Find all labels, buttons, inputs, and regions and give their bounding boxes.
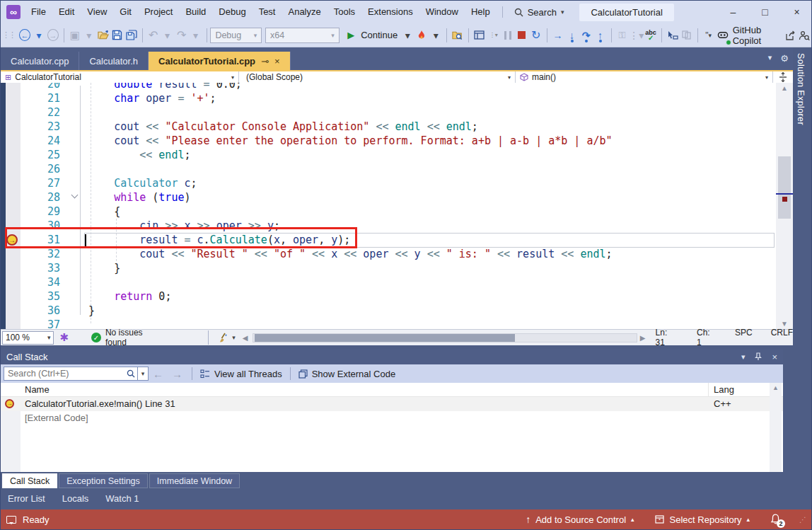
code-line-21[interactable]: 21 char oper = '+'; (1, 91, 776, 105)
current-statement-breakpoint-icon[interactable]: → (6, 234, 18, 246)
save-icon[interactable] (110, 27, 124, 44)
code-line-22[interactable]: 22 (1, 105, 776, 120)
find-in-files-icon[interactable] (451, 27, 465, 44)
step-into-icon[interactable]: ↓ (565, 27, 579, 44)
hscroll-left-icon[interactable]: ◀ (243, 334, 248, 342)
scope-dropdown[interactable]: (Global Scope)▾ (239, 71, 516, 83)
continue-dropdown[interactable]: ▾ (400, 27, 414, 44)
editor-vertical-scrollbar[interactable]: ▲ ▼ (776, 83, 793, 329)
maximize-button[interactable]: □ (749, 1, 781, 23)
new-project-icon[interactable]: ▣ (68, 27, 82, 44)
line-indicator[interactable]: Ln: 31 (656, 328, 678, 347)
code-editor[interactable]: 20 double result = 0.0;21 char oper = '+… (1, 83, 776, 329)
solution-platforms-dropdown[interactable]: x64▾ (265, 28, 340, 43)
add-to-source-control-button[interactable]: ↑ Add to Source Control ▴ (518, 514, 641, 525)
code-line-24[interactable]: 24 cout << "Please enter the operation t… (1, 134, 776, 148)
zoom-level-dropdown[interactable]: 100 %▾ (2, 331, 54, 345)
panel-tab-exception-settings[interactable]: Exception Settings (59, 473, 148, 488)
notifications-bell-icon[interactable]: 2 (770, 513, 782, 526)
column-divider[interactable] (708, 383, 709, 397)
menu-project[interactable]: Project (138, 1, 179, 23)
tab-options-gear-icon[interactable]: ⚙ (780, 53, 789, 64)
code-line-27[interactable]: 27 Calculator c; (1, 176, 776, 190)
close-tab-icon[interactable]: × (274, 56, 280, 67)
navigate-forward-button[interactable]: → (46, 27, 60, 44)
space-mode-indicator[interactable]: SPC (735, 328, 753, 347)
share-icon[interactable] (783, 27, 797, 44)
open-file-icon[interactable] (96, 27, 110, 44)
resize-grip[interactable]: ⋰ (799, 516, 807, 524)
navigate-back-dropdown[interactable]: ▾ (32, 27, 46, 44)
step-over-icon[interactable]: ↷ (579, 27, 593, 44)
editor-horizontal-scrollbar[interactable] (253, 333, 637, 342)
undo-dropdown[interactable]: ▾ (161, 27, 175, 44)
break-all-icon[interactable] (501, 27, 515, 44)
hot-reload-icon[interactable] (414, 27, 429, 44)
search-button[interactable]: Search ▾ (509, 7, 570, 18)
previous-frame-icon[interactable]: ← (153, 368, 163, 380)
menu-view[interactable]: View (81, 1, 113, 23)
call-stack-column-header[interactable]: Name Lang (1, 383, 783, 397)
new-project-dropdown[interactable]: ▾ (82, 27, 96, 44)
select-repository-button[interactable]: Select Repository ▴ (647, 514, 757, 525)
navigate-back-button[interactable]: ← (18, 27, 32, 44)
issues-status[interactable]: No issues found (105, 328, 166, 347)
hot-reload-dropdown[interactable]: ▾ (429, 27, 443, 44)
code-cleanup-dropdown[interactable]: ▾ (232, 334, 236, 341)
menu-git[interactable]: Git (113, 1, 138, 23)
breakpoint-settings-icon[interactable] (666, 27, 680, 44)
project-dropdown[interactable]: ⊞ CalculatorTutorial▾ (1, 71, 239, 83)
code-line-29[interactable]: 29 { (1, 204, 776, 219)
show-external-code-button[interactable]: Show External Code (296, 369, 399, 379)
intellicode-icon[interactable]: ✱ (59, 331, 69, 344)
pin-tab-icon[interactable]: ⊸ (261, 56, 269, 67)
panel-tab-immediate-window[interactable]: Immediate Window (149, 473, 240, 488)
compare-files-icon[interactable] (680, 27, 694, 44)
diagnostics-icon[interactable]: ⚿ (615, 27, 629, 44)
tab-list-dropdown-icon[interactable]: ▾ (768, 53, 772, 64)
menu-help[interactable]: Help (465, 1, 497, 23)
menu-file[interactable]: File (25, 1, 52, 23)
stop-debugging-icon[interactable] (515, 27, 529, 44)
redo-dropdown[interactable]: ▾ (189, 27, 203, 44)
code-line-23[interactable]: 23 cout << "Calculator Console Applicati… (1, 120, 776, 134)
code-line-20[interactable]: 20 double result = 0.0; (1, 83, 776, 91)
bottom-tab-locals[interactable]: Locals (62, 493, 89, 504)
code-line-34[interactable]: 34 (1, 275, 776, 289)
column-lang[interactable]: Lang (714, 384, 734, 395)
call-stack-scrollbar[interactable]: ▲ (770, 383, 782, 472)
menu-build[interactable]: Build (179, 1, 212, 23)
window-layout-icon[interactable] (472, 27, 487, 44)
diagnostics-dropdown[interactable]: ⋮▾ (629, 27, 644, 44)
code-line-36[interactable]: 36} (1, 304, 776, 318)
bottom-tab-watch-1[interactable]: Watch 1 (105, 493, 139, 504)
code-line-26[interactable]: 26 (1, 162, 776, 176)
search-options-dropdown[interactable]: ▾ (137, 367, 148, 380)
menu-edit[interactable]: Edit (52, 1, 81, 23)
menu-test[interactable]: Test (253, 1, 282, 23)
spell-check-icon[interactable]: abc✓ (644, 27, 658, 44)
call-stack-header[interactable]: Call Stack ▾ × (1, 349, 783, 364)
restart-icon[interactable]: ↻ (529, 27, 543, 44)
github-copilot-label[interactable]: GitHub Copilot (730, 25, 783, 46)
toolbar-overflow[interactable]: ⋮▾ (487, 27, 501, 44)
line-ending-indicator[interactable]: CRLF (771, 328, 793, 347)
search-input[interactable] (4, 369, 127, 379)
fold-chevron-icon[interactable] (71, 192, 79, 199)
code-line-35[interactable]: 35 return 0; (1, 289, 776, 304)
call-stack-frame[interactable]: [External Code] (1, 411, 783, 425)
solution-configurations-dropdown[interactable]: Debug▾ (210, 28, 262, 43)
hscroll-right-icon[interactable]: ▶ (640, 334, 646, 342)
quote-overflow-icon[interactable]: "▾ (702, 27, 716, 44)
scroll-up-icon[interactable]: ▲ (776, 84, 793, 92)
code-line-32[interactable]: 32 cout << "Result " << "of " << x << op… (1, 247, 776, 261)
code-line-28[interactable]: 28 while (true) (1, 190, 776, 204)
code-line-33[interactable]: 33 } (1, 261, 776, 275)
step-out-icon[interactable]: ↑ (593, 27, 608, 44)
scroll-down-icon[interactable]: ▼ (776, 320, 793, 328)
menu-debug[interactable]: Debug (212, 1, 252, 23)
menu-extensions[interactable]: Extensions (361, 1, 419, 23)
continue-play-icon[interactable]: ▶ (344, 27, 358, 44)
window-position-icon[interactable]: ▾ (741, 352, 746, 362)
close-button[interactable]: × (781, 1, 812, 23)
